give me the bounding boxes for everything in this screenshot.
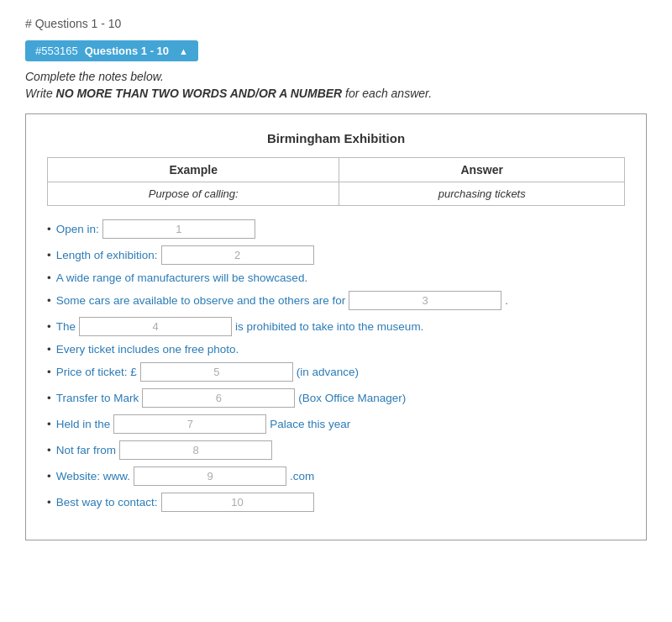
answer-input-5[interactable] bbox=[140, 362, 293, 382]
answer-input-6[interactable] bbox=[142, 388, 295, 408]
col-example: Example bbox=[48, 158, 339, 182]
static-line-2: • Every ticket includes one free photo. bbox=[47, 343, 625, 356]
example-answer: purchasing tickets bbox=[339, 182, 625, 206]
answer-input-4[interactable] bbox=[79, 317, 232, 336]
question-2: • Length of exhibition: bbox=[47, 245, 625, 265]
answer-input-3[interactable] bbox=[349, 291, 501, 310]
main-box: Birmingham Exhibition Example Answer Pur… bbox=[25, 113, 647, 540]
static-line-1: • A wide range of manufacturers will be … bbox=[47, 271, 625, 284]
answer-input-2[interactable] bbox=[161, 245, 314, 265]
question-4: • The is prohibited to take into the mus… bbox=[47, 317, 625, 336]
example-purpose: Purpose of calling: bbox=[48, 182, 339, 206]
questions-list: • Open in: • Length of exhibition: • A w… bbox=[47, 219, 625, 512]
answer-input-7[interactable] bbox=[113, 414, 266, 434]
answer-input-1[interactable] bbox=[102, 219, 255, 239]
answer-input-8[interactable] bbox=[119, 440, 272, 460]
badge-icon: ▲ bbox=[179, 46, 188, 56]
page-header: # Questions 1 - 10 bbox=[25, 17, 647, 30]
badge-id: #553165 bbox=[35, 45, 78, 57]
question-10: • Best way to contact: bbox=[47, 493, 625, 512]
question-1: • Open in: bbox=[47, 219, 625, 239]
instruction-2: Write NO MORE THAN TWO WORDS AND/OR A NU… bbox=[25, 87, 647, 100]
question-9: • Website: www. .com bbox=[47, 466, 625, 486]
answer-input-9[interactable] bbox=[134, 466, 286, 486]
badge-label: Questions 1 - 10 bbox=[85, 45, 169, 57]
question-3: • Some cars are available to observe and… bbox=[47, 291, 625, 310]
question-badge: #553165 Questions 1 - 10 ▲ bbox=[25, 40, 198, 61]
question-8: • Not far from bbox=[47, 440, 625, 460]
col-answer: Answer bbox=[339, 158, 625, 182]
box-title: Birmingham Exhibition bbox=[47, 131, 625, 145]
question-5: • Price of ticket: £ (in advance) bbox=[47, 362, 625, 382]
question-6: • Transfer to Mark (Box Office Manager) bbox=[47, 388, 625, 408]
example-table: Example Answer Purpose of calling: purch… bbox=[47, 157, 625, 206]
question-7: • Held in the Palace this year bbox=[47, 414, 625, 434]
instruction-1: Complete the notes below. bbox=[25, 70, 647, 83]
answer-input-10[interactable] bbox=[161, 493, 314, 512]
